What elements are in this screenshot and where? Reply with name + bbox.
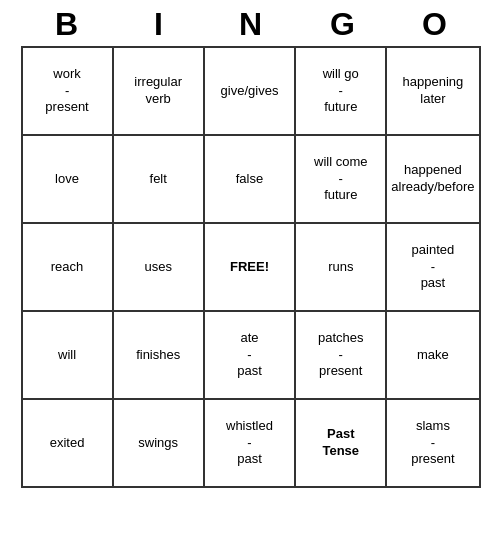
- cell-r4-c1: swings: [113, 399, 204, 487]
- cell-r0-c4: happening later: [386, 47, 479, 135]
- header-letter-o: O: [395, 6, 475, 43]
- header-letter-g: G: [303, 6, 383, 43]
- cell-r1-c1: felt: [113, 135, 204, 223]
- cell-r3-c3: patches - present: [295, 311, 386, 399]
- cell-r3-c2: ate - past: [204, 311, 295, 399]
- table-row: lovefeltfalsewill come - futurehappened …: [22, 135, 480, 223]
- cell-r0-c1: irregular verb: [113, 47, 204, 135]
- cell-r0-c0: work - present: [22, 47, 113, 135]
- cell-r1-c3: will come - future: [295, 135, 386, 223]
- table-row: exitedswingswhistled - pastPast Tensesla…: [22, 399, 480, 487]
- cell-r1-c4: happened already/before: [386, 135, 479, 223]
- cell-r3-c1: finishes: [113, 311, 204, 399]
- bingo-table: work - presentirregular verbgive/giveswi…: [21, 47, 481, 488]
- table-row: willfinishesate - pastpatches - presentm…: [22, 311, 480, 399]
- cell-r4-c4: slams - present: [386, 399, 479, 487]
- cell-r4-c3: Past Tense: [295, 399, 386, 487]
- cell-r2-c2: FREE!: [204, 223, 295, 311]
- cell-r0-c2: give/gives: [204, 47, 295, 135]
- header-letter-b: B: [27, 6, 107, 43]
- table-row: work - presentirregular verbgive/giveswi…: [22, 47, 480, 135]
- cell-r3-c4: make: [386, 311, 479, 399]
- cell-r1-c0: love: [22, 135, 113, 223]
- cell-r4-c2: whistled - past: [204, 399, 295, 487]
- cell-r1-c2: false: [204, 135, 295, 223]
- header-letter-n: N: [211, 6, 291, 43]
- table-row: reachusesFREE!runspainted - past: [22, 223, 480, 311]
- cell-r3-c0: will: [22, 311, 113, 399]
- cell-r2-c0: reach: [22, 223, 113, 311]
- bingo-header: BINGO: [21, 0, 481, 47]
- cell-r2-c1: uses: [113, 223, 204, 311]
- cell-r2-c4: painted - past: [386, 223, 479, 311]
- cell-r4-c0: exited: [22, 399, 113, 487]
- cell-r0-c3: will go - future: [295, 47, 386, 135]
- header-letter-i: I: [119, 6, 199, 43]
- cell-r2-c3: runs: [295, 223, 386, 311]
